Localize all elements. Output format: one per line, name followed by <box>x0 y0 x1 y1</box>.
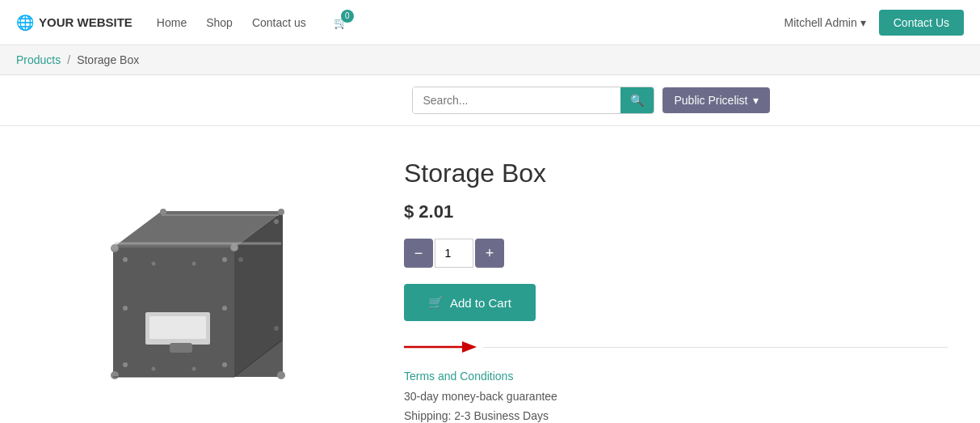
shipping-text: Shipping: 2-3 Business Days <box>404 407 948 423</box>
svg-rect-6 <box>170 343 192 353</box>
svg-point-16 <box>123 362 128 367</box>
search-bar: 🔍 <box>412 87 654 114</box>
cart-count-badge: 0 <box>341 10 354 23</box>
svg-point-19 <box>123 306 128 311</box>
divider-line <box>483 347 948 348</box>
nav-home[interactable]: Home <box>157 16 187 29</box>
navbar: 🌐 YOUR WEBSITE Home Shop Contact us 🛒 0 … <box>0 0 980 45</box>
add-to-cart-label: Add to Cart <box>450 296 511 310</box>
main-content: Storage Box $ 2.01 − + 🛒 Add to Cart <box>0 126 980 423</box>
quantity-input[interactable] <box>435 239 473 268</box>
search-button[interactable]: 🔍 <box>620 87 654 113</box>
brand-name: YOUR WEBSITE <box>39 15 132 29</box>
brand-logo[interactable]: 🌐 YOUR WEBSITE <box>16 14 132 32</box>
svg-point-20 <box>222 306 227 311</box>
svg-point-12 <box>231 244 238 251</box>
breadcrumb-separator: / <box>67 53 70 66</box>
dropdown-icon: ▾ <box>860 16 866 29</box>
breadcrumb-current: Storage Box <box>77 53 139 66</box>
svg-point-15 <box>123 257 128 262</box>
svg-point-22 <box>274 219 279 224</box>
svg-point-14 <box>278 209 284 215</box>
svg-point-11 <box>111 244 118 251</box>
breadcrumb-bar: Products / Storage Box <box>0 45 980 75</box>
breadcrumb-parent[interactable]: Products <box>16 53 61 66</box>
svg-point-13 <box>160 209 166 215</box>
svg-point-23 <box>274 326 279 331</box>
pricelist-chevron-icon: ▾ <box>753 94 759 107</box>
svg-point-21 <box>238 257 243 262</box>
nav-shop[interactable]: Shop <box>206 16 233 29</box>
product-title: Storage Box <box>404 159 948 188</box>
qty-increase-button[interactable]: + <box>475 239 504 268</box>
svg-point-9 <box>277 371 285 379</box>
terms-link[interactable]: Terms and Conditions <box>404 370 948 383</box>
search-input[interactable] <box>413 87 620 113</box>
product-image-svg <box>65 167 323 409</box>
svg-point-28 <box>192 262 196 266</box>
user-name: Mitchell Admin <box>784 16 856 29</box>
svg-marker-32 <box>462 341 477 353</box>
user-dropdown[interactable]: Mitchell Admin ▾ <box>784 16 865 29</box>
search-icon: 🔍 <box>630 94 644 107</box>
product-price: $ 2.01 <box>404 201 948 222</box>
product-image <box>48 154 339 421</box>
guarantee-text: 30-day money-back guarantee <box>404 387 948 407</box>
svg-point-17 <box>222 257 227 262</box>
pricelist-dropdown[interactable]: Public Pricelist ▾ <box>662 87 769 113</box>
svg-point-30 <box>192 367 196 371</box>
svg-point-27 <box>152 262 156 266</box>
red-arrow-icon <box>404 337 477 357</box>
svg-point-18 <box>222 362 227 367</box>
contact-us-button[interactable]: Contact Us <box>879 10 964 36</box>
search-row: 🔍 Public Pricelist ▾ <box>0 75 980 126</box>
globe-icon: 🌐 <box>16 14 34 32</box>
product-image-area <box>32 150 355 423</box>
cart-icon: 🛒 <box>428 295 444 310</box>
add-to-cart-button[interactable]: 🛒 Add to Cart <box>404 284 536 321</box>
cart-button[interactable]: 🛒 0 <box>334 16 347 29</box>
quantity-row: − + <box>404 239 948 268</box>
svg-point-8 <box>111 371 119 379</box>
product-details: Storage Box $ 2.01 − + 🛒 Add to Cart <box>404 150 948 423</box>
nav-links: Home Shop Contact us 🛒 0 <box>157 16 347 29</box>
pricelist-label: Public Pricelist <box>674 94 747 107</box>
arrow-divider-row <box>404 337 948 357</box>
navbar-right: Mitchell Admin ▾ Contact Us <box>784 10 964 36</box>
svg-point-29 <box>152 367 156 371</box>
qty-decrease-button[interactable]: − <box>404 239 433 268</box>
nav-contact-us[interactable]: Contact us <box>252 16 306 29</box>
svg-rect-5 <box>149 316 206 339</box>
